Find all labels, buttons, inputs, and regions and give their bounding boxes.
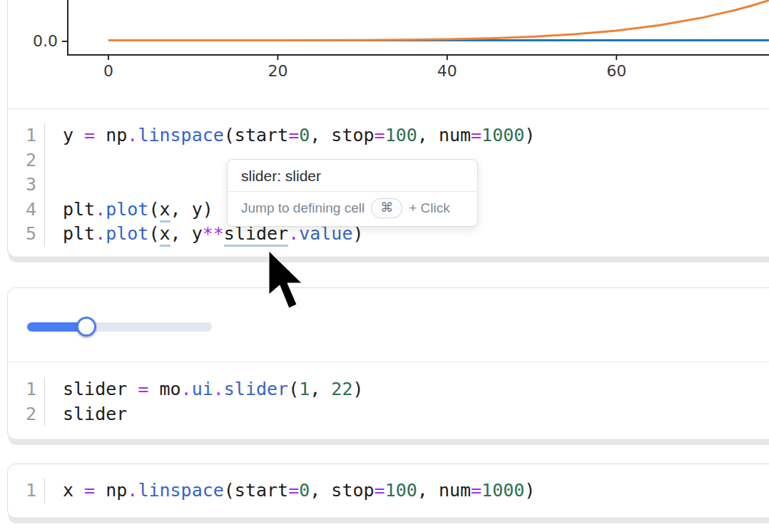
x-tick-label: 0 xyxy=(103,62,113,80)
code-line: 1y = np.linspace(start=0, stop=100, num=… xyxy=(8,123,769,148)
code-token: linspace xyxy=(138,125,223,145)
code-token: y xyxy=(63,125,84,145)
cell-output-slider xyxy=(8,288,769,362)
code-token: = xyxy=(84,125,95,145)
tooltip-action-label: Jump to defining cell xyxy=(241,200,365,216)
code-token: slider xyxy=(224,379,288,399)
code-token: ) xyxy=(524,480,535,501)
code-token: 0 xyxy=(299,480,310,501)
variable-tooltip: slider: slider Jump to defining cell ⌘ +… xyxy=(227,159,478,227)
code-token: (start xyxy=(224,480,288,501)
code-editor[interactable]: 1slider = mo.ui.slider(1, 22)2slider xyxy=(8,362,769,439)
x-tick-label: 60 xyxy=(606,62,626,80)
code-token: = xyxy=(375,480,385,501)
code-token: ( xyxy=(288,379,299,399)
line-number: 5 xyxy=(8,222,45,247)
chart-line-y-power-slider-value xyxy=(108,1,769,41)
code-token: 1000 xyxy=(482,480,524,501)
tooltip-title: slider: slider xyxy=(228,160,477,191)
code-line: 1x = np.linspace(start=0, stop=100, num=… xyxy=(8,479,769,503)
tooltip-action-row: Jump to defining cell ⌘ + Click xyxy=(228,192,477,226)
code-token: = xyxy=(471,125,482,145)
command-key-icon: ⌘ xyxy=(371,198,402,218)
code-token: ) xyxy=(524,125,535,145)
x-tick-label: 40 xyxy=(437,62,457,80)
code-token: = xyxy=(138,379,148,399)
slider-thumb[interactable] xyxy=(76,317,96,337)
code-editor[interactable]: 1x = np.linspace(start=0, stop=100, num=… xyxy=(8,464,769,518)
code-token: = xyxy=(375,125,385,145)
x-tick-label: 20 xyxy=(268,62,287,80)
line-number: 1 xyxy=(8,123,45,148)
line-number: 1 xyxy=(8,479,45,503)
code-token: ( xyxy=(148,199,159,220)
line-number: 2 xyxy=(8,402,45,427)
code-token: plt xyxy=(63,223,95,244)
code-token: np xyxy=(95,125,127,145)
code-token: , num xyxy=(417,480,471,501)
code-line: 2slider xyxy=(8,402,769,427)
code-token: np xyxy=(95,480,127,501)
code-token: 0 xyxy=(299,125,310,145)
code-token: , y) xyxy=(170,199,213,220)
code-token: ) xyxy=(352,379,363,399)
code-token: ( xyxy=(148,223,159,244)
code-text xyxy=(45,148,73,173)
code-token: , stop xyxy=(310,125,374,145)
code-text xyxy=(45,173,73,198)
code-token: 1 xyxy=(299,379,310,399)
code-token: , xyxy=(310,379,331,399)
code-text: x = np.linspace(start=0, stop=100, num=1… xyxy=(45,479,535,503)
code-token: x xyxy=(63,480,84,501)
code-token: = xyxy=(471,480,482,501)
code-token: , stop xyxy=(310,480,374,501)
code-token: plt xyxy=(63,199,95,220)
code-token xyxy=(63,174,73,195)
code-token: ** xyxy=(203,223,224,244)
code-token: = xyxy=(288,125,299,145)
code-token: 22 xyxy=(331,379,352,399)
code-token: 1000 xyxy=(482,125,524,145)
code-token: plot xyxy=(106,199,148,220)
code-text: slider xyxy=(45,402,127,427)
code-token: slider xyxy=(63,379,138,399)
code-token: = xyxy=(84,480,95,501)
code-token: , num xyxy=(417,125,471,145)
line-number: 1 xyxy=(8,377,45,402)
code-token: (start xyxy=(224,125,288,145)
code-token: . xyxy=(181,379,192,399)
code-token: . xyxy=(95,199,106,220)
code-token: . xyxy=(127,125,138,145)
code-token: 100 xyxy=(385,125,417,145)
code-token: mo xyxy=(148,379,180,399)
code-token: slider xyxy=(63,404,127,424)
variable-reference[interactable]: x xyxy=(160,223,170,247)
code-token: . xyxy=(213,379,224,399)
code-text: y = np.linspace(start=0, stop=100, num=1… xyxy=(45,123,535,148)
y-tick-label: 0.0 xyxy=(33,32,58,50)
cell-output-chart: 0.00204060 xyxy=(8,0,769,109)
notebook-cell-slider: 1slider = mo.ui.slider(1, 22)2slider xyxy=(7,287,769,440)
code-token: . xyxy=(127,480,138,501)
matplotlib-figure: 0.00204060 xyxy=(0,0,769,108)
code-line: 1slider = mo.ui.slider(1, 22) xyxy=(8,377,769,402)
code-token: , y xyxy=(170,223,203,244)
notebook-cell-x: 1x = np.linspace(start=0, stop=100, num=… xyxy=(7,464,769,518)
code-token: . xyxy=(95,223,106,244)
code-token: = xyxy=(288,480,299,501)
line-number: 3 xyxy=(8,173,45,198)
variable-reference[interactable]: x xyxy=(160,199,170,222)
slider-widget[interactable] xyxy=(27,322,212,332)
code-token: 100 xyxy=(385,480,417,501)
line-number: 2 xyxy=(8,148,45,173)
code-token: plot xyxy=(106,223,148,244)
code-token xyxy=(63,150,73,170)
code-text: plt.plot(x, y) xyxy=(45,198,213,222)
code-token: linspace xyxy=(138,480,223,501)
line-number: 4 xyxy=(8,198,45,222)
code-text: slider = mo.ui.slider(1, 22) xyxy=(45,377,364,402)
tooltip-shortcut-suffix: + Click xyxy=(409,200,450,216)
code-token: ui xyxy=(192,379,213,399)
